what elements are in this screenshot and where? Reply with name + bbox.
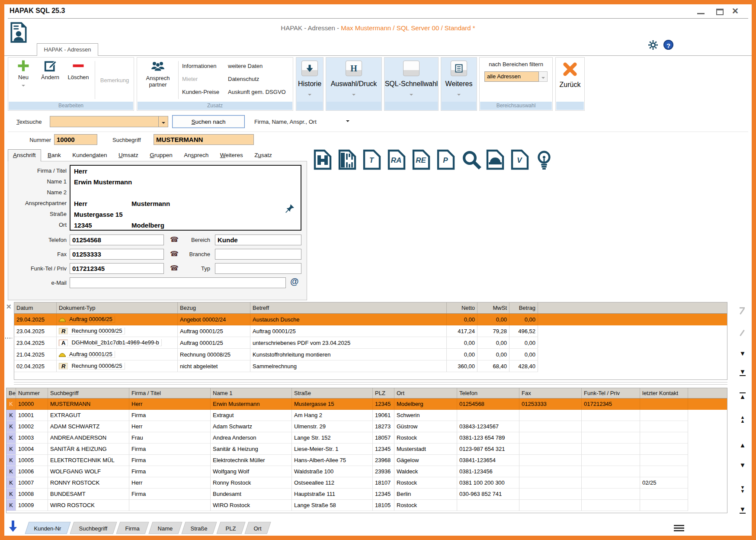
sort-tab-suchbegriff[interactable]: Suchbegriff [70,522,117,534]
tab-kundendaten[interactable]: Kundendaten [67,150,112,161]
col-strasse[interactable]: Straße [292,388,373,398]
textsuche-arrow-icon[interactable] [159,116,168,127]
col-betrag[interactable]: Betrag [509,302,538,313]
search-lupe-icon[interactable] [461,149,482,170]
sort-tab-strasse[interactable]: Straße [182,522,217,534]
addr-next-icon[interactable]: ▼ [737,462,748,468]
col-ort[interactable]: Ort [394,388,457,398]
kunden-preise-button[interactable]: Kunden-Preise [182,89,219,95]
col-name1[interactable]: Name 1 [211,388,292,398]
tab-anschrift[interactable]: Anschrift [8,149,41,161]
historie-button[interactable]: Historie [296,57,324,111]
col-suchbegriff[interactable]: Suchbegriff [48,388,129,398]
table-row[interactable]: K10007RONNY ROSTOCKHerrRonny RostockOsts… [6,477,727,489]
addr-page-down-icon[interactable]: ▼▼ [737,485,748,493]
col-bezug[interactable]: Bezug [178,302,250,313]
sort-tab-firma[interactable]: Firma [116,522,149,534]
col-firma-titel[interactable]: Firma / Titel [129,388,211,398]
col-fax[interactable]: Fax [519,388,582,398]
pushpin-icon[interactable] [285,204,295,215]
table-row[interactable]: K10006WOLFGANG WOLFFirmaWolfgang WolfWal… [6,466,727,477]
bereich-filter-value[interactable]: alle Adressen [484,71,539,82]
suchfelder-arrow-icon[interactable] [346,120,349,122]
tab-gruppen[interactable]: Gruppen [145,150,177,161]
re-doc-icon[interactable]: RE [412,149,432,170]
table-row[interactable]: K10002ADAM SCHWARTZHerrAdam SchwartzUlme… [6,421,727,432]
nummer-input[interactable] [54,134,97,145]
zurueck-button[interactable]: Zurück [555,57,585,111]
fax-input[interactable] [70,249,164,260]
col-telefon[interactable]: Telefon [457,388,519,398]
table-row[interactable]: 23.04.2025 ADGHMobil_2b1c7db1-4969-4e99-… [14,337,727,349]
col-funk[interactable]: Funk-Tel / Priv [582,388,640,398]
col-nummer[interactable]: Nummer [16,388,48,398]
col-plz[interactable]: PLZ [373,388,394,398]
table-row[interactable]: K10000MUSTERMANNHerrErwin MustermannMust… [6,399,727,410]
at-icon[interactable]: @ [290,276,299,286]
datenschutz-button[interactable]: Datenschutz [228,76,259,82]
historie-dropdown-arrow-icon[interactable] [308,94,311,96]
addr-first-icon[interactable]: ▲ [737,392,748,400]
ra-doc-icon[interactable]: RA [387,149,408,170]
table-row[interactable]: 29.04.2025 Auftrag 00006/25 Angebot 0000… [14,314,727,325]
branche-input[interactable] [215,249,301,260]
help-icon[interactable]: ? [663,40,673,50]
dsgvo-button[interactable]: Auskunft gem. DSGVO [228,89,286,95]
table-row[interactable]: 23.04.2025 RRechnung 00009/25 Auftrag 00… [14,325,727,337]
sort-tab-kunden-nr[interactable]: Kunden-Nr [25,522,70,534]
maximize-button[interactable] [716,9,724,15]
text-doc-icon[interactable]: T [362,149,383,170]
bereich-filter-arrow-icon[interactable] [539,71,548,82]
weiteres-button[interactable]: Weiteres [441,57,477,111]
tab-zusatz[interactable]: Zusatz [250,150,277,161]
auswahl-druck-button[interactable]: H Auswahl/Druck [326,57,382,111]
menu-burger-icon[interactable] [674,524,684,533]
suchen-nach-button[interactable]: Suchen nach [172,115,245,128]
sql-schnellwahl-button[interactable]: SQL-Schnellwahl [384,57,439,111]
auswahl-dropdown-arrow-icon[interactable] [352,94,356,96]
telefon-input[interactable] [70,235,164,245]
minimize-button[interactable] [697,13,705,14]
neu-dropdown-arrow-icon[interactable] [22,85,25,87]
table-row[interactable]: 21.04.2025 Auftrag 00001/25 Rechnung 000… [14,349,727,360]
close-button[interactable]: ✕ [732,6,739,16]
ansprechpartner-button[interactable]: Ansprech partner [141,60,174,88]
projekt-doc-icon[interactable] [486,149,506,170]
sort-tab-plz[interactable]: PLZ [216,522,245,534]
close-doclist-icon[interactable]: ✕ [6,303,12,311]
col-betreff[interactable]: Betreff [250,302,447,313]
doc-next-icon[interactable]: ▼ [737,350,748,357]
textsuche-combo[interactable] [50,116,168,127]
bereich-input[interactable] [215,235,301,245]
table-row[interactable]: K10004SANITÄR & HEIZUNGFirmaSanitär & He… [6,444,727,455]
doclist-drag-handle[interactable] [5,338,12,339]
col-dokument-typ[interactable]: Dokument-Typ [57,302,178,313]
textsuche-input[interactable] [50,116,159,127]
hapak-doc-icon[interactable] [313,149,334,170]
loeschen-button[interactable]: Löschen [65,59,91,80]
address-block[interactable]: Herr Erwin Mustermann Herr Mustermann Mu… [70,165,301,231]
table-row[interactable]: K10009WIRO ROSTOCKWIRO RostockLange Stra… [6,500,727,511]
funk-input[interactable] [70,263,164,274]
sort-tab-ort[interactable]: Ort [244,522,271,534]
v-doc-icon[interactable]: V [510,149,531,170]
tab-weiteres[interactable]: Weiteres [215,150,248,161]
aufmass-doc-icon[interactable] [338,149,359,170]
gluehbirne-icon[interactable] [535,149,556,170]
col-datum[interactable]: Datum [14,302,57,313]
sort-tab-name[interactable]: Name [148,522,182,534]
weiteres-dropdown-arrow-icon[interactable] [457,94,461,96]
tab-hapak-adressen[interactable]: HAPAK - Adressen [37,43,98,56]
addr-page-up-icon[interactable]: ▲▲ [737,415,748,423]
typ-input[interactable] [215,263,301,274]
table-row[interactable]: K10001EXTRAGUTFirmaExtragutAm Hang 21906… [6,410,727,421]
aendern-button[interactable]: Ändern [38,59,63,80]
table-row[interactable]: K10005ELEKTROTECHNIK MÜLFirmaElektrotech… [6,455,727,466]
suchfelder-select[interactable]: Firma, Name, Anspr., Ort [254,119,317,125]
table-row[interactable]: K10008BUNDESAMTFirmaBundesamtHauptstraße… [6,489,727,500]
informationen-button[interactable]: Informationen [182,63,217,69]
tab-ansprech[interactable]: Ansprech [179,150,213,161]
col-mwst[interactable]: MwSt [477,302,509,313]
weitere-daten-button[interactable]: weitere Daten [228,63,263,69]
settings-gear-icon[interactable] [648,40,658,52]
